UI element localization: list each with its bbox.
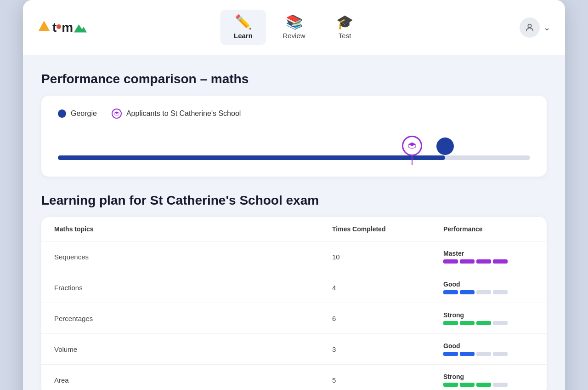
performance-bars [443,383,534,387]
performance-cell: Good [430,334,547,365]
topic-cell: Area [41,365,319,390]
applicants-line [412,155,413,165]
bar-segment [460,321,475,325]
progress-fill [58,155,445,160]
tab-test[interactable]: 🎓 Test [322,10,368,45]
header-right: ⌄ [520,17,550,38]
bar-segment [476,383,491,387]
table-header-row: Maths topics Times Completed Performance [41,217,547,241]
legend-georgie: Georgie [58,109,97,118]
bar-segment [476,321,491,325]
user-icon [525,23,535,33]
performance-bars [443,352,534,356]
times-cell: 4 [319,272,430,303]
performance-bars [443,321,534,325]
learning-plan-card: Maths topics Times Completed Performance… [41,217,547,390]
applicants-circle-icon [402,136,422,156]
logo-m-letter: m [62,20,73,35]
logo-dot-icon [57,24,61,29]
performance-label: Strong [443,311,534,319]
svg-marker-1 [74,24,87,33]
col-header-times: Times Completed [319,217,430,241]
svg-point-2 [528,24,531,27]
tab-test-label: Test [339,32,351,40]
app-window: t m ✏️ Learn 📚 Review 🎓 Test [23,0,565,390]
col-header-performance: Performance [430,217,547,241]
pencil-icon: ✏️ [235,15,252,29]
topic-cell: Percentages [41,303,319,334]
performance-bars [443,259,534,264]
table-row[interactable]: Area5Strong [41,365,547,390]
nav-tabs: ✏️ Learn 📚 Review 🎓 Test [220,10,368,45]
performance-cell: Strong [430,365,547,390]
applicants-ring-icon [112,109,122,119]
bar-segment [476,352,491,356]
grad-cap-icon: 🎓 [336,15,353,29]
times-cell: 5 [319,365,430,390]
table-row[interactable]: Percentages6Strong [41,303,547,334]
chevron-down-icon[interactable]: ⌄ [543,23,550,33]
logo-a-letter: t [52,20,56,35]
georgie-dot-icon [58,109,66,118]
table-row[interactable]: Fractions4Good [41,272,547,303]
topics-table: Maths topics Times Completed Performance… [41,217,547,390]
topic-cell: Volume [41,334,319,365]
legend-georgie-label: Georgie [71,109,97,118]
applicants-grad-icon [407,141,417,150]
performance-cell: Good [430,272,547,303]
progress-track [58,155,530,160]
progress-area [58,133,530,160]
table-row[interactable]: Volume3Good [41,334,547,365]
performance-title: Performance comparison – maths [41,72,547,86]
bar-segment [493,290,508,294]
legend-applicants: Applicants to St Catherine's School [112,109,241,119]
bar-segment [460,352,475,356]
times-cell: 10 [319,241,430,272]
books-icon: 📚 [286,15,303,29]
logo-text: t m [38,20,87,35]
bar-segment [460,259,475,264]
grad-ring-icon [114,111,119,116]
svg-marker-0 [39,21,50,31]
tab-learn[interactable]: ✏️ Learn [220,10,266,45]
legend-applicants-label: Applicants to St Catherine's School [126,109,241,118]
bar-segment [476,259,491,264]
performance-cell: Master [430,241,547,272]
bar-segment [476,290,491,294]
performance-label: Strong [443,373,534,380]
bar-segment [460,290,475,294]
avatar[interactable] [520,17,540,38]
times-cell: 3 [319,334,430,365]
table-row[interactable]: Sequences10Master [41,241,547,272]
bar-segment [443,352,458,356]
bar-segment [493,321,508,325]
table-body: Sequences10MasterFractions4GoodPercentag… [41,241,547,390]
georgie-circle-icon [436,138,454,155]
legend: Georgie Applicants to St Catherine's Sch… [58,109,530,119]
performance-label: Master [443,250,534,257]
col-header-topic: Maths topics [41,217,319,241]
bar-segment [443,259,458,264]
logo-triangle-icon [38,20,51,32]
tab-review[interactable]: 📚 Review [270,10,318,45]
learning-plan-title: Learning plan for St Catherine's School … [41,193,547,208]
tab-learn-label: Learn [234,32,253,40]
tab-review-label: Review [283,32,305,40]
performance-label: Good [443,342,534,350]
topic-cell: Sequences [41,241,319,272]
header: t m ✏️ Learn 📚 Review 🎓 Test [23,0,565,55]
topic-cell: Fractions [41,272,319,303]
bar-segment [443,321,458,325]
logo-mountain-icon [74,22,87,34]
performance-cell: Strong [430,303,547,334]
bar-segment [493,352,508,356]
times-cell: 6 [319,303,430,334]
bar-segment [443,290,458,294]
main-content: Performance comparison – maths Georgie A… [23,55,565,390]
bar-segment [493,259,508,264]
bar-segment [443,383,458,387]
performance-label: Good [443,281,534,288]
logo: t m [38,20,87,35]
table-header: Maths topics Times Completed Performance [41,217,547,241]
performance-bars [443,290,534,294]
